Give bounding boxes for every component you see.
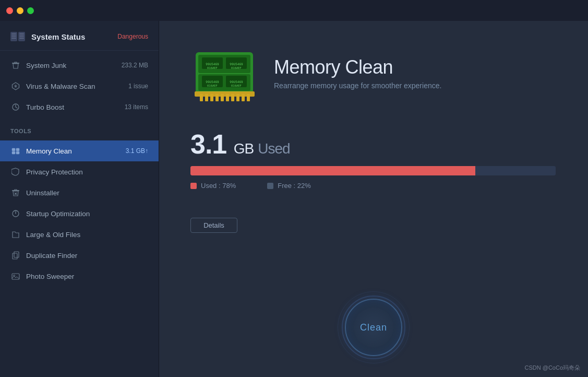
close-button[interactable] (6, 7, 13, 14)
sidebar-item-uninstaller[interactable]: Uninstaller (0, 182, 159, 203)
ram-chip-icon: 99U5469 016AEF 99U5469 016AEF 99U5469 01… (190, 42, 258, 104)
maximize-button[interactable] (27, 7, 34, 14)
duplicate-finder-icon (10, 250, 21, 261)
memory-clean-badge: 3.1 GB↑ (126, 147, 148, 155)
svg-rect-13 (12, 274, 19, 279)
sidebar-item-photo-sweeper[interactable]: Photo Sweeper (0, 266, 159, 287)
svg-rect-3 (16, 148, 19, 151)
clean-button-label: Clean (360, 322, 387, 333)
sidebar-top-section: System Junk 233.2 MB Virus & Malware Sca… (0, 51, 159, 122)
free-legend-text: Free : 22% (278, 182, 311, 190)
memory-gb-display: 3.1 GBUsed (190, 131, 557, 158)
memory-used-label: Used (258, 140, 290, 157)
startup-optimization-icon (10, 208, 21, 219)
svg-rect-34 (215, 94, 219, 101)
tools-section-label: Tools (0, 122, 159, 136)
svg-rect-31 (200, 94, 203, 101)
svg-text:016AEF: 016AEF (231, 66, 242, 69)
content-header: 99U5469 016AEF 99U5469 016AEF 99U5469 01… (190, 42, 557, 104)
svg-rect-4 (12, 151, 15, 154)
system-status-header[interactable]: System Status Dangerous (0, 21, 159, 51)
title-bar (0, 0, 588, 21)
system-junk-badge: 233.2 MB (122, 62, 148, 69)
sidebar-item-startup-optimization[interactable]: Startup Optimization (0, 203, 159, 224)
minimize-button[interactable] (17, 7, 23, 14)
sidebar-item-turbo-boost[interactable]: Turbo Boost 13 items (0, 97, 159, 117)
svg-text:016AEF: 016AEF (207, 84, 218, 87)
virus-malware-badge: 1 issue (128, 83, 148, 90)
traffic-lights (6, 7, 34, 14)
sidebar-item-large-old-files[interactable]: Large & Old Files (0, 224, 159, 245)
photo-sweeper-label: Photo Sweeper (26, 273, 148, 280)
memory-clean-label: Memory Clean (26, 147, 126, 155)
turbo-boost-icon (10, 102, 21, 112)
uninstaller-icon (10, 187, 21, 198)
svg-rect-11 (13, 253, 17, 259)
memory-gb-value: 3.1 (190, 129, 234, 159)
system-status-title: System Status (31, 32, 85, 41)
svg-rect-32 (205, 94, 208, 101)
sidebar-item-privacy-protection[interactable]: Privacy Protection (0, 161, 159, 182)
legend-used: Used : 78% (190, 182, 236, 190)
sidebar-item-system-junk[interactable]: System Junk 233.2 MB (0, 55, 159, 76)
svg-rect-18 (195, 91, 255, 97)
legend-free: Free : 22% (267, 182, 311, 190)
svg-rect-38 (236, 94, 239, 101)
svg-text:99U5469: 99U5469 (230, 62, 243, 66)
svg-text:016AEF: 016AEF (207, 66, 218, 69)
privacy-protection-label: Privacy Protection (26, 168, 148, 176)
svg-text:016AEF: 016AEF (231, 84, 242, 87)
content-subtitle: Rearrange memory usage for smoother expe… (274, 81, 441, 90)
sidebar-item-virus-malware[interactable]: Virus & Malware Scan 1 issue (0, 76, 159, 97)
system-status-left: System Status (10, 30, 85, 43)
sidebar-item-memory-clean[interactable]: Memory Clean 3.1 GB↑ (0, 140, 159, 161)
system-junk-icon (10, 60, 21, 70)
used-legend-text: Used : 78% (201, 182, 236, 190)
virus-malware-icon (10, 81, 21, 91)
svg-rect-2 (12, 148, 15, 151)
svg-text:99U5469: 99U5469 (206, 62, 219, 66)
turbo-boost-badge: 13 items (125, 103, 148, 111)
memory-usage-section: 3.1 GBUsed Used : 78% Free : 22% (190, 131, 557, 190)
uninstaller-label: Uninstaller (26, 189, 148, 197)
clean-button-container: Clean (345, 299, 402, 356)
memory-clean-icon (10, 146, 21, 156)
startup-optimization-label: Startup Optimization (26, 210, 148, 218)
details-button[interactable]: Details (190, 218, 237, 233)
svg-text:99U5469: 99U5469 (206, 80, 219, 84)
svg-rect-12 (14, 252, 19, 257)
watermark: CSDN @CoCo玛奇朵 (524, 364, 580, 372)
memory-legend: Used : 78% Free : 22% (190, 182, 557, 190)
memory-unit: GB (234, 140, 254, 157)
progress-bar-container (190, 166, 556, 175)
large-old-files-icon (10, 229, 21, 240)
privacy-protection-icon (10, 167, 21, 177)
progress-bar-fill (190, 166, 475, 175)
svg-rect-39 (242, 94, 245, 101)
duplicate-finder-label: Duplicate Finder (26, 252, 148, 260)
main-content: 99U5469 016AEF 99U5469 016AEF 99U5469 01… (159, 21, 588, 377)
large-old-files-label: Large & Old Files (26, 231, 148, 239)
sidebar-item-duplicate-finder[interactable]: Duplicate Finder (0, 245, 159, 266)
turbo-boost-label: Turbo Boost (26, 103, 125, 111)
virus-malware-label: Virus & Malware Scan (26, 83, 128, 90)
sidebar: System Status Dangerous System Junk 233.… (0, 21, 159, 377)
svg-rect-37 (231, 94, 234, 101)
sidebar-tools-section: Memory Clean 3.1 GB↑ Privacy Protection (0, 136, 159, 291)
content-title: Memory Clean (274, 56, 441, 78)
svg-rect-33 (210, 94, 213, 101)
free-dot (267, 183, 273, 189)
svg-rect-5 (16, 151, 19, 154)
used-dot (190, 183, 197, 189)
svg-rect-35 (221, 94, 224, 101)
system-junk-label: System Junk (26, 62, 122, 69)
clean-button[interactable]: Clean (345, 299, 402, 356)
svg-rect-36 (226, 94, 229, 101)
dangerous-badge: Dangerous (117, 33, 148, 40)
photo-sweeper-icon (10, 271, 21, 281)
svg-rect-40 (247, 94, 250, 101)
svg-text:99U5469: 99U5469 (230, 80, 243, 84)
system-status-icon (10, 30, 27, 43)
content-title-area: Memory Clean Rearrange memory usage for … (274, 56, 441, 90)
